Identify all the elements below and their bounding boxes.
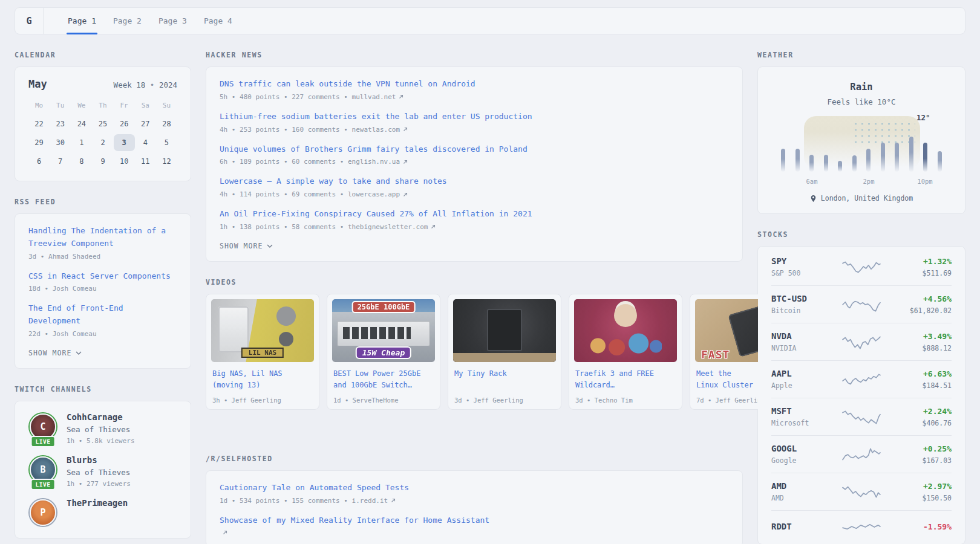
chevron-down-icon [76,351,82,355]
stock-sparkline [842,519,881,534]
stock-price: $511.69 [896,269,952,277]
location-pin-icon [810,195,817,202]
hn-show-more-button[interactable]: SHOW MORE [220,242,729,250]
stock-name: AMD [771,494,827,502]
videos-strip: LIL NAS Big NAS, Lil NAS (moving 13) 3h … [206,294,758,410]
stock-change: +0.25% [896,444,952,453]
hn-item-meta: 4h • 114 points • 69 comments • lowercas… [220,190,400,198]
hn-item-link[interactable]: Lithium-free sodium batteries exit the l… [220,111,729,123]
rss-item-link[interactable]: CSS in React Server Components [28,270,177,283]
stock-row[interactable]: SPY S&P 500 +1.32% $511.69 [771,248,952,285]
hn-item-meta: 6h • 189 points • 60 comments • english.… [220,158,400,166]
stock-price: $150.50 [896,494,952,502]
rss-item-meta: 18d • Josh Comeau [28,285,177,293]
rss-item-link[interactable]: Handling The Indentation of a Treeview C… [28,225,177,250]
calendar-day: 24 [71,115,92,132]
calendar-week-label: Week 18 • 2024 [114,80,177,89]
live-badge: LIVE [31,436,56,447]
calendar-weekday: Fr [114,97,135,114]
live-badge: LIVE [31,479,56,490]
page-tab[interactable]: Page 1 [59,8,105,34]
page-tab[interactable]: Page 2 [105,8,150,34]
thumbnail-caption: LIL NAS [241,348,284,358]
hn-item-link[interactable]: An Oil Price-Fixing Conspiracy Caused 27… [220,208,729,221]
hn-item-link[interactable]: Unique volumes of Brothers Grimm fairy t… [220,143,729,156]
weather-bar [895,143,899,172]
video-card[interactable]: My Tiny Rack 3d • Jeff Geerling [448,294,561,410]
twitch-channel-row[interactable]: B LIVE Blurbs Sea of Thieves 1h • 277 vi… [28,455,177,488]
page-tab[interactable]: Page 4 [195,8,241,34]
separator-dot: • [150,80,155,89]
calendar-day: 8 [71,153,92,170]
calendar-weekday: Mo [28,97,50,114]
twitch-channel-row[interactable]: P ThePrimeagen [28,498,177,527]
calendar-day: 2 [92,134,113,151]
video-title[interactable]: Meet the Linux Cluster [696,368,758,391]
calendar-weekday: Sa [135,97,156,114]
channel-viewers: 1h • 277 viewers [67,480,131,488]
calendar-widget: May Week 18 • 2024 MoTuWeThFrSaSu 222324… [15,66,191,181]
stock-price: $888.12 [896,344,952,352]
calendar-day: 25 [92,115,113,132]
reddit-item: Cautionary Tale on Automated Speed Tests… [220,482,729,505]
stock-row[interactable]: GOOGL Google +0.25% $167.03 [771,435,952,473]
twitch-widget: C LIVE CohhCarnage Sea of Thieves 1h • 5… [15,401,191,539]
page-tab-label: Page 3 [158,16,187,25]
stocks-section-title: STOCKS [757,230,965,239]
external-link-icon [430,224,436,230]
calendar-day: 6 [28,153,50,170]
calendar-day: 22 [28,115,50,132]
channel-name[interactable]: Blurbs [67,455,131,465]
rss-item-link[interactable]: The End of Front-End Development [28,302,177,328]
stock-row[interactable]: RDDT -1.59% [771,510,952,542]
weather-bar [824,155,828,172]
weather-hourly-chart: 12° [781,116,942,176]
app-logo[interactable]: G [15,8,44,34]
twitch-channel-row[interactable]: C LIVE CohhCarnage Sea of Thieves 1h • 5… [28,412,177,445]
video-card[interactable]: 25GbE 100GbE 15W Cheap BEST Low Power 25… [327,294,440,410]
channel-viewers: 1h • 5.8k viewers [67,437,135,445]
stock-row[interactable]: AMD AMD +2.97% $150.50 [771,473,952,510]
hn-item-link[interactable]: DNS traffic can leak outside the VPN tun… [220,78,729,91]
video-meta: 3d • Techno Tim [575,397,676,404]
calendar-day: 23 [50,115,71,132]
calendar-day: 7 [50,153,71,170]
calendar-month: May [28,78,47,90]
reddit-item-link[interactable]: Showcase of my Mixed Reality Interface f… [220,514,729,527]
stock-row[interactable]: NVDA NVIDIA +3.49% $888.12 [771,323,952,360]
video-card[interactable]: LIL NAS Big NAS, Lil NAS (moving 13) 3h … [206,294,319,410]
thumbnail-caption-top: 25GbE 100GbE [353,302,414,312]
weather-bar [909,137,913,172]
stock-row[interactable]: MSFT Microsoft +2.24% $406.76 [771,398,952,435]
rss-show-more-button[interactable]: SHOW MORE [28,349,177,357]
stock-sparkline [842,409,881,425]
hn-item-link[interactable]: Lowercase – A simple way to take and sha… [220,175,729,188]
channel-name[interactable]: CohhCarnage [67,412,135,422]
calendar-weekday: Tu [50,97,71,114]
stock-row[interactable]: BTC-USD Bitcoin +4.56% $61,820.02 [771,285,952,323]
video-title[interactable]: Big NAS, Lil NAS (moving 13) [212,368,313,391]
stock-price: $61,820.02 [896,306,952,315]
rss-section-title: RSS FEED [15,198,191,206]
page-tab[interactable]: Page 3 [150,8,195,34]
video-title[interactable]: BEST Low Power 25GbE and 100GbE Switch… [333,368,434,391]
reddit-item-link[interactable]: Cautionary Tale on Automated Speed Tests [220,482,729,494]
page-tabs: Page 1 Page 2 Page 3 Page 4 [59,8,241,34]
calendar-day: 9 [92,153,113,170]
stock-row[interactable]: AAPL Apple +6.63% $184.51 [771,360,952,398]
video-card[interactable]: Traefik 3 and FREE Wildcard… 3d • Techno… [569,294,682,410]
stock-sparkline [842,447,881,462]
stock-price: $184.51 [896,381,952,390]
weather-bar [809,155,814,172]
stock-ticker: AAPL [771,369,827,378]
video-card[interactable]: FAST Meet the Linux Cluster 7d • Jeff Ge… [690,294,758,410]
calendar-day: 10 [114,153,135,170]
stock-ticker: RDDT [771,522,827,531]
video-thumbnail: FAST [695,299,758,362]
stock-ticker: BTC-USD [771,294,827,303]
video-title[interactable]: My Tiny Rack [454,368,555,391]
video-title[interactable]: Traefik 3 and FREE Wildcard… [575,368,676,391]
video-thumbnail [574,299,677,362]
hacker-news-widget: DNS traffic can leak outside the VPN tun… [206,66,743,262]
channel-name[interactable]: ThePrimeagen [67,498,128,508]
